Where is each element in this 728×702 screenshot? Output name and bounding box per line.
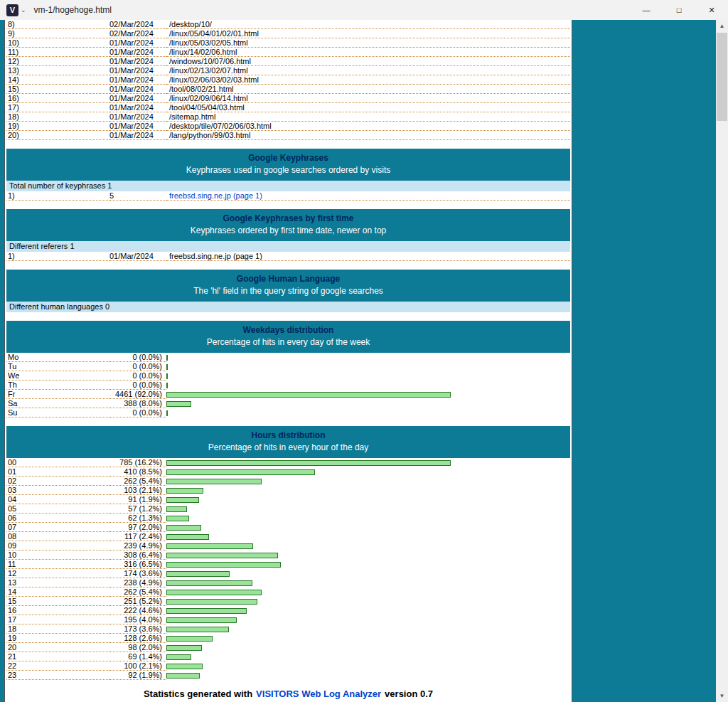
row-label: 22 (6, 661, 109, 671)
row-key: /lang/python/99/03.html (166, 131, 570, 140)
bar (166, 364, 168, 370)
row-value: 117 (2.4%) (109, 532, 166, 541)
window-titlebar: V ⌄ vm-1/hogehoge.html — □ ✕ (0, 0, 728, 20)
row-value: 01/Mar/2024 (109, 94, 166, 103)
section-header: Weekdays distribution Percentage of hits… (6, 321, 570, 353)
bar-cell (166, 371, 570, 381)
row-value: 01/Mar/2024 (109, 252, 166, 261)
bar (166, 469, 315, 475)
table-row: 10)01/Mar/2024/linux/05/03/02/05.html (6, 38, 570, 48)
section-info-row: Different human languages 0 (6, 302, 570, 312)
row-label: 15 (6, 597, 109, 606)
visitors-analyzer-link[interactable]: VISITORS Web Log Analyzer (256, 688, 381, 699)
bar-cell (166, 615, 570, 624)
row-value: 0 (0.0%) (109, 362, 166, 371)
bar (166, 401, 191, 407)
table-row: 14)01/Mar/2024/linux/02/06/03/02/03.html (6, 75, 570, 85)
table-row: 0557 (1.2%) (6, 504, 570, 514)
row-label: Th (6, 381, 109, 390)
row-label: Fr (6, 390, 109, 399)
row-index: 8) (6, 20, 109, 29)
row-label: 06 (6, 514, 109, 523)
bar-cell (166, 467, 570, 477)
row-value: 239 (4.9%) (109, 541, 166, 551)
bar (166, 383, 168, 388)
row-key: /windows/10/07/06.html (166, 57, 570, 66)
chevron-down-icon[interactable]: ⌄ (21, 7, 26, 14)
table-row: Th0 (0.0%) (6, 381, 570, 390)
hours-chart: 00785 (16.2%)01410 (8.5%)02262 (5.4%)031… (6, 458, 570, 680)
section-subtitle: Percentage of hits in every day of the w… (6, 336, 570, 348)
bar-cell (166, 353, 570, 362)
row-key: /sitemap.html (166, 112, 570, 122)
bar (166, 627, 229, 632)
bar (166, 654, 191, 660)
row-label: 04 (6, 495, 109, 504)
footer-text-suffix: version 0.7 (385, 688, 433, 699)
row-value: 4461 (92.0%) (109, 390, 166, 399)
scrollbar-thumb[interactable] (717, 33, 727, 121)
row-label: 00 (6, 458, 109, 467)
bar-cell (166, 532, 570, 541)
table-row: 19)01/Mar/2024/desktop/tile/07/02/06/03.… (6, 122, 570, 131)
row-value: 98 (2.0%) (109, 643, 166, 652)
row-key: /linux/02/13/02/07.html (166, 66, 570, 75)
table-row: 8)02/Mar/2024/desktop/10/ (6, 20, 570, 29)
table-row: Tu0 (0.0%) (6, 362, 570, 371)
minimize-button[interactable]: — (630, 0, 663, 20)
row-value: 0 (0.0%) (109, 381, 166, 390)
bar-cell (166, 551, 570, 560)
section-google-keyphrases: Google Keyphrases Keyphrases used in goo… (6, 149, 570, 201)
row-label: 17 (6, 615, 109, 624)
table-row: 00785 (16.2%) (6, 458, 570, 467)
row-label: 13 (6, 578, 109, 587)
table-row: 1)5freebsd.sing.ne.jp (page 1) (6, 191, 570, 201)
bar (166, 543, 253, 549)
table-row: 14262 (5.4%) (6, 587, 570, 597)
scrollbar-up-arrow-icon[interactable]: ▲ (716, 20, 728, 32)
bar-cell (166, 477, 570, 486)
vertical-scrollbar[interactable]: ▲ ▼ (716, 20, 728, 702)
bar (166, 608, 247, 614)
row-value: 02/Mar/2024 (109, 20, 166, 29)
section-google-human-language: Google Human Language The 'hl' field in … (6, 270, 570, 312)
row-label: 20 (6, 643, 109, 652)
bar-cell (166, 514, 570, 523)
bar (166, 580, 252, 586)
bar (166, 534, 209, 540)
row-label: 10 (6, 551, 109, 560)
section-header: Google Keyphrases Keyphrases used in goo… (6, 149, 570, 181)
row-value: 62 (1.3%) (109, 514, 166, 523)
row-value: 01/Mar/2024 (109, 131, 166, 140)
table-row: 10308 (6.4%) (6, 551, 570, 560)
table-row: 9)02/Mar/2024/linux/05/04/01/02/01.html (6, 29, 570, 38)
bar (166, 410, 168, 416)
table-row: 2169 (1.4%) (6, 652, 570, 661)
scrollbar-down-arrow-icon[interactable]: ▼ (716, 690, 728, 702)
bar-cell (166, 671, 570, 680)
row-index: 1) (6, 252, 109, 261)
bar (166, 460, 451, 466)
row-key: freebsd.sing.ne.jp (page 1) (166, 252, 570, 261)
row-label: 03 (6, 486, 109, 495)
table-row: 20)01/Mar/2024/lang/python/99/03.html (6, 131, 570, 140)
row-label: 07 (6, 523, 109, 532)
section-subtitle: Keyphrases ordered by first time date, n… (6, 225, 570, 236)
row-label: 05 (6, 504, 109, 514)
table-row: 15251 (5.2%) (6, 597, 570, 606)
row-key: /linux/14/02/06.html (166, 48, 570, 57)
row-value: 100 (2.1%) (109, 661, 166, 671)
table-row: 13)01/Mar/2024/linux/02/13/02/07.html (6, 66, 570, 75)
bar-cell (166, 399, 570, 408)
maximize-button[interactable]: □ (663, 0, 695, 20)
row-key-link[interactable]: freebsd.sing.ne.jp (page 1) (166, 191, 570, 201)
section-google-keyphrases-first-time: Google Keyphrases by first time Keyphras… (6, 209, 570, 261)
bar (166, 392, 451, 398)
row-value: 128 (2.6%) (109, 634, 166, 643)
row-value: 262 (5.4%) (109, 477, 166, 486)
table-row: We0 (0.0%) (6, 371, 570, 381)
bar-cell (166, 486, 570, 495)
close-button[interactable]: ✕ (695, 0, 728, 20)
bar-cell (166, 390, 570, 399)
row-index: 10) (6, 38, 109, 48)
